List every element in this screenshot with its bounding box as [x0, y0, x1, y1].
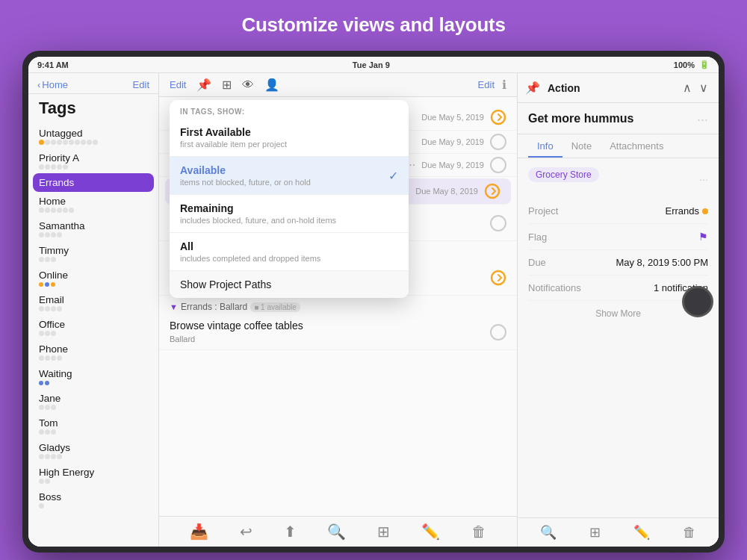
sidebar: ‹ Home Edit Tags Untagged	[28, 73, 159, 547]
back-button[interactable]: ‹ Home	[37, 79, 68, 90]
sidebar-item-untagged[interactable]: Untagged	[28, 124, 158, 149]
project-value[interactable]: Errands	[665, 205, 708, 217]
tab-info[interactable]: Info	[528, 134, 562, 158]
share-icon[interactable]: ⬆	[284, 523, 297, 541]
sidebar-item-boss[interactable]: Boss	[28, 488, 158, 512]
sidebar-item-label: Office	[39, 319, 148, 330]
layout-icon[interactable]: ⊞	[377, 523, 390, 541]
sidebar-item-email[interactable]: Email	[28, 290, 158, 315]
sidebar-item-label: Priority A	[39, 152, 148, 164]
sidebar-item-waiting[interactable]: Waiting	[28, 364, 158, 389]
flag-value[interactable]: ⚑	[698, 231, 708, 243]
d4	[57, 232, 62, 237]
sidebar-item-label: Jane	[39, 393, 148, 404]
svg-point-1	[486, 184, 499, 198]
sidebar-item-phone[interactable]: Phone	[28, 340, 158, 364]
sidebar-item-errands[interactable]: Errands	[33, 173, 154, 192]
sidebar-item-online[interactable]: Online	[28, 266, 158, 290]
middle-edit-btn[interactable]: Edit	[170, 79, 186, 90]
d5	[63, 208, 68, 213]
undo-icon[interactable]: ↩	[240, 523, 252, 541]
pin-icon[interactable]: 📌	[196, 78, 211, 92]
dropdown-item-available[interactable]: Available items not blocked, future, or …	[170, 157, 409, 194]
trash-icon[interactable]: 🗑	[471, 523, 486, 541]
home-button[interactable]	[682, 286, 713, 317]
due-label: Due	[528, 257, 546, 268]
dropdown-item-desc: items not blocked, future, or on hold	[180, 178, 398, 187]
sidebar-item-jane[interactable]: Jane	[28, 389, 158, 414]
person-icon[interactable]: 👤	[264, 78, 279, 92]
info-icon[interactable]: ℹ	[502, 78, 506, 92]
more-options-btn[interactable]: ···	[697, 112, 708, 128]
star-3	[51, 140, 56, 145]
office-dots	[39, 331, 148, 336]
svg-point-2	[492, 271, 505, 284]
nav-down-btn[interactable]: ∨	[696, 79, 711, 96]
trash-icon-right[interactable]: 🗑	[683, 525, 696, 541]
dot-blue	[45, 282, 49, 287]
sidebar-item-high-energy[interactable]: High Energy	[28, 463, 158, 488]
dropdown-item-desc: first available item per project	[180, 140, 398, 149]
dropdown-item-first-available[interactable]: First Available first available item per…	[170, 119, 409, 156]
task-circle-orange2	[484, 183, 500, 199]
dropdown-item-desc: includes blocked, future, and on-hold it…	[180, 216, 398, 225]
priority-dots	[39, 164, 148, 169]
dropdown-item-desc: includes completed and dropped items	[180, 254, 398, 263]
sidebar-item-tom[interactable]: Tom	[28, 414, 158, 438]
status-time: 9:41 AM	[37, 60, 69, 69]
compose-icon[interactable]: ✏️	[421, 523, 440, 541]
task-circle-empty3	[490, 215, 506, 231]
grid-icon[interactable]: ⊞	[222, 78, 232, 92]
action-label: Action	[548, 82, 580, 94]
tab-note[interactable]: Note	[562, 134, 601, 158]
task-tag: Ballard	[170, 335, 195, 343]
show-more-btn[interactable]: Show More	[528, 301, 708, 326]
pin-icon-right[interactable]: 📌	[525, 81, 540, 95]
jane-dots	[39, 405, 148, 410]
grid-icon-right[interactable]: ⊞	[589, 524, 601, 541]
show-project-paths-btn[interactable]: Show Project Paths	[170, 271, 409, 298]
middle-toolbar: Edit 📌 ⊞ 👁 👤 Edit ℹ	[159, 73, 517, 97]
dropdown-item-remaining[interactable]: Remaining includes blocked, future, and …	[170, 195, 409, 232]
grocery-store-tag[interactable]: Grocery Store	[528, 167, 599, 182]
sidebar-item-label: Waiting	[39, 368, 148, 379]
dropdown-item-all[interactable]: All includes completed and dropped items	[170, 233, 409, 270]
inbox-icon[interactable]: 📥	[190, 523, 208, 541]
sidebar-item-samantha[interactable]: Samantha	[28, 217, 158, 241]
due-value[interactable]: May 8, 2019 5:00 PM	[616, 257, 708, 268]
checkmark-icon: ✓	[388, 169, 398, 183]
search-icon-right[interactable]: 🔍	[540, 524, 557, 541]
waiting-dots	[39, 381, 148, 385]
dot-orange	[39, 282, 43, 287]
sidebar-item-timmy[interactable]: Timmy	[28, 241, 158, 266]
chevron-left-icon: ‹	[37, 79, 40, 90]
task-due: Due May 9, 2019	[421, 161, 484, 169]
status-bar: 9:41 AM Tue Jan 9 100% 🔋	[28, 57, 719, 73]
sidebar-edit-btn[interactable]: Edit	[133, 79, 149, 90]
tab-attachments[interactable]: Attachments	[601, 134, 672, 158]
task-item-coffee-tables[interactable]: Browse vintage coffee tables Ballard	[159, 315, 517, 350]
d2	[45, 405, 50, 410]
sidebar-item-gladys[interactable]: Gladys	[28, 438, 158, 463]
compose-icon-right[interactable]: ✏️	[633, 524, 650, 541]
untagged-stars	[39, 140, 148, 145]
right-edit-btn[interactable]: Edit	[478, 79, 495, 90]
star-2	[45, 140, 50, 145]
task-due: Due May 5, 2019	[421, 113, 484, 122]
due-row: Due May 8, 2019 5:00 PM	[528, 250, 708, 276]
dot-blue1	[39, 381, 43, 385]
tag-more-btn[interactable]: ···	[699, 173, 708, 185]
device-screen: 9:41 AM Tue Jan 9 100% 🔋 ‹ Home Edit Tag…	[28, 57, 719, 547]
sidebar-item-priority-a[interactable]: Priority A	[28, 149, 158, 173]
sidebar-header: ‹ Home Edit	[28, 73, 158, 94]
search-icon[interactable]: 🔍	[327, 523, 346, 541]
eye-icon[interactable]: 👁	[242, 78, 254, 92]
task-circle-empty2	[490, 157, 506, 173]
sidebar-item-home[interactable]: Home	[28, 192, 158, 217]
task-detail-header: Get more hummus ···	[518, 103, 719, 134]
sidebar-item-label: Timmy	[39, 245, 148, 256]
d3	[51, 454, 56, 459]
nav-up-btn[interactable]: ∧	[680, 79, 695, 96]
sidebar-item-office[interactable]: Office	[28, 315, 158, 340]
d1	[39, 405, 44, 410]
